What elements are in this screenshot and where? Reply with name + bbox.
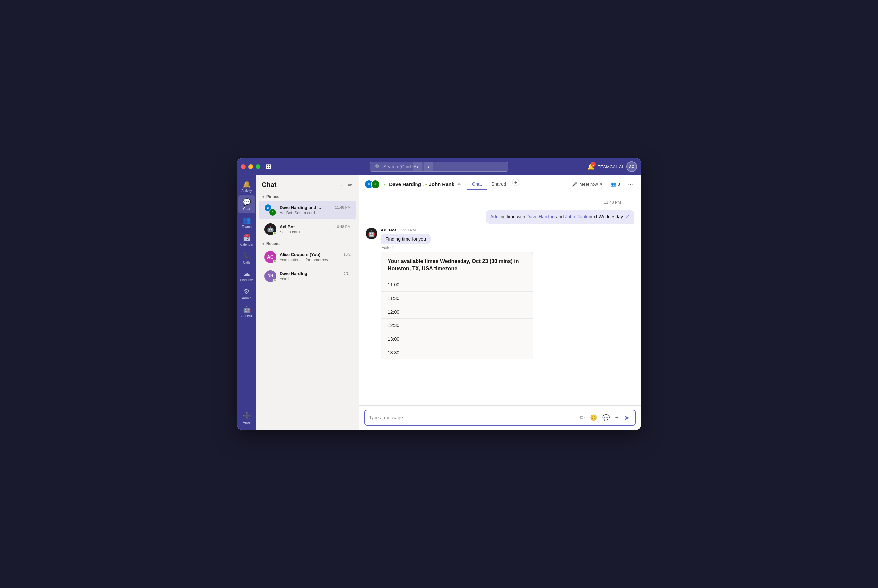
sticker-button[interactable]: 💬	[601, 413, 611, 422]
notification-badge: 1	[590, 162, 596, 167]
search-bar[interactable]: 🔍	[369, 162, 509, 172]
mention-dave[interactable]: Dave Harding	[527, 214, 555, 219]
participants-button[interactable]: 👥 3	[608, 180, 623, 188]
teams-icon: 👥	[243, 216, 251, 224]
bot-bubble: Finding time for you	[381, 234, 431, 244]
tab-shared[interactable]: Shared	[487, 178, 511, 190]
message-input[interactable]	[369, 415, 576, 420]
sidebar-more-button[interactable]: ···	[244, 399, 249, 406]
chat-more-button[interactable]: ···	[625, 179, 635, 189]
pinned-label: Pinned	[266, 195, 279, 199]
sidebar-item-apps[interactable]: ➕ Apps	[238, 409, 255, 427]
teams-logo-icon: ⊞	[266, 163, 271, 171]
online-indicator	[273, 232, 276, 235]
msg-text-3: next Wednesday	[588, 214, 623, 219]
maximize-button[interactable]	[256, 164, 260, 169]
chat-header-tabs: Chat Shared +	[467, 178, 519, 190]
message-left: 🤖 Adi Bot 11:48 PM Finding time for you …	[366, 228, 634, 360]
notification-button[interactable]: 🔔 1	[587, 163, 594, 170]
new-chat-button[interactable]: ✏	[347, 180, 353, 189]
chat-item-alice[interactable]: AC Alice Coopers (You) 10/2 You: materia…	[259, 248, 356, 266]
sidebar-item-label: Calendar	[240, 243, 254, 246]
titlebar-more-button[interactable]: ···	[579, 164, 584, 170]
titlebar-right: ··· 🔔 1 TEAMCAL AI AC	[579, 161, 637, 172]
chat-item-preview: You: hi	[279, 277, 351, 281]
calls-icon: 📞	[243, 252, 251, 260]
chat-list-header: Chat ··· ≡ ✏	[257, 175, 359, 192]
search-icon: 🔍	[375, 164, 381, 170]
chat-list-panel: Chat ··· ≡ ✏ ▼ Pinned D J	[257, 175, 359, 430]
chat-item-top: Adi Bot 10:48 PM	[279, 224, 351, 229]
time-slot-1300[interactable]: 13:00	[381, 332, 533, 346]
chat-list-title: Chat	[262, 181, 327, 189]
msg-text-1: find time with	[498, 214, 527, 219]
chat-item-time: 10:48 PM	[335, 225, 351, 228]
online-indicator	[273, 279, 276, 282]
sidebar-item-calendar[interactable]: 📅 Calendar	[238, 231, 255, 249]
messages-area: 11:48 PM Adi find time with Dave Harding…	[359, 194, 641, 405]
time-slot-1330[interactable]: 13:30	[381, 346, 533, 359]
chat-item-dave[interactable]: DH Dave Harding 6/14 You: hi	[259, 267, 356, 285]
filter-button[interactable]: ≡	[339, 181, 344, 189]
times-card-title: Your available times Wednesday, Oct 23 (…	[388, 258, 526, 273]
time-slot-1130[interactable]: 11:30	[381, 292, 533, 305]
sidebar-item-label: Apps	[243, 421, 251, 424]
sidebar-item-onedrive[interactable]: ☁ OneDrive	[238, 267, 255, 285]
minimize-button[interactable]	[248, 164, 253, 169]
add-tab-button[interactable]: +	[512, 178, 519, 186]
chat-main: D J ● Dave Harding , ● John Rank ✏ Chat …	[359, 175, 641, 430]
tab-chat[interactable]: Chat	[467, 178, 487, 190]
recent-chevron-icon: ▼	[262, 242, 265, 246]
chat-more-button[interactable]: ···	[330, 181, 336, 189]
message-timestamp: 11:48 PM	[366, 200, 634, 205]
time-slot-1230[interactable]: 12:30	[381, 319, 533, 332]
sidebar-item-chat[interactable]: 💬 Chat	[238, 195, 255, 213]
recent-section-header[interactable]: ▼ Recent	[257, 239, 359, 248]
chat-item-name: Adi Bot	[279, 224, 295, 229]
teams-window: ⊞ ‹ › 🔍 ··· 🔔 1 TEAMCAL AI AC 🔔 Activity	[237, 158, 641, 430]
format-button[interactable]: ✏	[578, 413, 586, 422]
mention-john[interactable]: John Rank	[565, 214, 587, 219]
teamcal-label: TEAMCAL AI	[598, 164, 623, 170]
name-dave: Dave Harding	[389, 181, 421, 187]
sidebar-item-calls[interactable]: 📞 Calls	[238, 249, 255, 267]
chat-item-adi-bot[interactable]: 🤖 Adi Bot 10:48 PM Sent a card	[259, 220, 356, 238]
read-receipt-icon: ✓	[626, 214, 630, 219]
emoji-button[interactable]: 😊	[588, 413, 599, 422]
chat-item-time: 6/14	[344, 272, 351, 276]
chat-header-right: 🎤 Meet now ▾ 👥 3 ···	[569, 179, 635, 189]
close-button[interactable]	[241, 164, 246, 169]
times-card: Your available times Wednesday, Oct 23 (…	[381, 252, 533, 360]
sidebar-item-adibot[interactable]: 🤖 Adi Bot	[238, 303, 255, 321]
message-left-header: Adi Bot 11:48 PM	[381, 228, 634, 232]
online-icon-2: ●	[425, 182, 428, 186]
time-slot-1200[interactable]: 12:00	[381, 305, 533, 319]
apps-icon: ➕	[243, 412, 251, 420]
send-button[interactable]: ➤	[623, 413, 631, 422]
pinned-section-header[interactable]: ▼ Pinned	[257, 192, 359, 200]
calendar-icon: 📅	[243, 234, 251, 242]
search-input[interactable]	[383, 164, 503, 170]
edit-icon[interactable]: ✏	[458, 182, 461, 187]
meet-now-button[interactable]: 🎤 Meet now ▾	[569, 180, 605, 189]
mention-adi[interactable]: Adi	[490, 214, 497, 219]
time-slot-1100[interactable]: 11:00	[381, 278, 533, 292]
chat-item-name: Dave Harding	[279, 271, 307, 276]
chat-item-preview: Adi Bot: Sent a card	[279, 211, 351, 215]
sidebar-item-admin[interactable]: ⚙ Admin	[238, 285, 255, 303]
meet-now-chevron-icon: ▾	[600, 182, 602, 186]
sidebar-item-label: Chat	[243, 207, 250, 211]
admin-icon: ⚙	[244, 287, 250, 296]
attach-button[interactable]: +	[614, 414, 620, 422]
message-bubble: Adi find time with Dave Harding and John…	[486, 210, 634, 224]
chat-item-dave-john[interactable]: D J Dave Harding and ... 11:48 PM Adi Bo…	[259, 201, 356, 219]
meet-now-label: Meet now	[579, 182, 598, 186]
chat-item-time: 10/2	[344, 252, 351, 256]
sidebar-item-label: Adi Bot	[242, 314, 252, 318]
sidebar-item-activity[interactable]: 🔔 Activity	[238, 178, 255, 195]
avatar-double: D J	[264, 204, 276, 216]
sidebar: 🔔 Activity 💬 Chat 👥 Teams 📅 Calendar 📞 C…	[237, 175, 257, 430]
sidebar-item-teams[interactable]: 👥 Teams	[238, 213, 255, 231]
avatar[interactable]: AC	[626, 161, 637, 172]
chat-item-content: Dave Harding and ... 11:48 PM Adi Bot: S…	[279, 205, 351, 215]
